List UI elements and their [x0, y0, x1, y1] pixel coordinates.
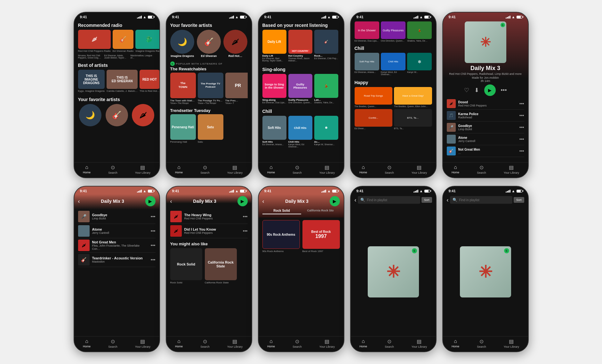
- nav-library-7[interactable]: ▤ Your Library: [227, 338, 243, 348]
- p6-goodbye-more[interactable]: •••: [151, 214, 156, 219]
- playlist-play-6[interactable]: ▶: [145, 196, 156, 206]
- p4-card-shower[interactable]: In the Shower Ed Sheeran, Dua Lipa...: [355, 21, 379, 42]
- nav-search-2[interactable]: ⊙ Search: [200, 164, 210, 174]
- p4-road-trip[interactable]: Road Trip Songs The Beatles, Queen...: [355, 87, 393, 107]
- p4-ac[interactable]: ❄ Kanye W...: [407, 53, 432, 75]
- p7-track-heavy[interactable]: 🌶 The Heavy Wing Red Hot Chili Peppers •…: [170, 210, 248, 224]
- chill-hits-card[interactable]: Chill Hits Chill Hits Kanye West, Ed She…: [288, 116, 312, 148]
- podcast-1[interactable]: TheTOWN The Town with Matt… Show • The R…: [170, 73, 196, 104]
- p7-heavy-more[interactable]: •••: [243, 214, 248, 219]
- p6-not-great-more[interactable]: •••: [151, 243, 156, 248]
- nav-home-10[interactable]: ⌂ Home: [452, 338, 459, 348]
- trend-card-1[interactable]: Penenang Hati Penenang Hati: [170, 114, 196, 143]
- nav-search-8[interactable]: ⊙ Search: [293, 338, 302, 348]
- p7-did-more[interactable]: •••: [243, 228, 248, 233]
- guilty-card[interactable]: Guilty Pleasures Guilty Pleasures One Di…: [288, 74, 312, 104]
- back-btn-9[interactable]: ‹: [355, 197, 357, 203]
- track-goodbye-more[interactable]: •••: [519, 125, 524, 130]
- tab-rock-solid[interactable]: Rock Solid: [262, 208, 301, 214]
- track-goodbye[interactable]: 🎤 Goodbye Limp Bizkit •••: [447, 122, 524, 133]
- p4-bts[interactable]: BTS, Ta… BTS, Ta...: [394, 109, 432, 130]
- p7-track-did[interactable]: 🌶 Did I Let You Know Red Hot Chili Peppe…: [170, 224, 248, 238]
- p6-track-atone[interactable]: 🎵 Atone Jerry Cantrell •••: [78, 224, 156, 238]
- p6-track-goodbye[interactable]: 🎤 Goodbye Limp Bizkit •••: [78, 210, 156, 224]
- track-atone-more[interactable]: •••: [519, 137, 524, 142]
- download-btn-5[interactable]: ⬇: [474, 87, 479, 94]
- card-imagine[interactable]: 🐉 Imagine Dragons Radio: [135, 30, 159, 52]
- p6-atone-more[interactable]: •••: [151, 228, 156, 233]
- p6-track-tear[interactable]: 🎸 Teardrinker - Acoustic Version Mastodo…: [78, 253, 156, 267]
- daily-lift-card[interactable]: Daily Lift Daily Lift Ed Sheeran, Bad Bu…: [262, 30, 286, 62]
- nav-library-6[interactable]: ▤ Your Library: [135, 338, 150, 348]
- card-rhcp[interactable]: 🌶 Red Hot Chili Peppers Radio: [78, 30, 111, 52]
- p2-artist-3[interactable]: 🌶 Red Hot…: [223, 30, 248, 58]
- p8-best-rock[interactable]: Best of Rock 1997 Best of Rock 1997: [302, 220, 340, 253]
- p4-card-guilty[interactable]: Guilty Pleasures One Direction, Queen...: [381, 21, 405, 42]
- nav-home-1[interactable]: ⌂ Home: [83, 164, 91, 174]
- track-dosed[interactable]: 🌶 Dosed Red Hot Chili Peppers •••: [447, 98, 524, 110]
- card-ed[interactable]: 🎸 Ed Sheeran Radio: [113, 30, 133, 52]
- nav-library-8[interactable]: ▤ Your Library: [319, 338, 335, 348]
- track-karma-more[interactable]: •••: [519, 113, 524, 118]
- track-not-great-more[interactable]: •••: [519, 148, 524, 154]
- nav-search-1[interactable]: ⊙ Search: [108, 164, 117, 174]
- ac-card[interactable]: ❄ Ac... Kanye W, Sheeran...: [314, 116, 338, 148]
- p4-great-day[interactable]: Have a Great Day! The Beatles, Queen, El…: [394, 87, 432, 107]
- p6-tear-more[interactable]: •••: [151, 257, 156, 262]
- sort-btn-10[interactable]: Sort: [514, 197, 524, 203]
- p2-artist-1[interactable]: 🌙 Imagine Dragons: [170, 30, 195, 58]
- search-input-9[interactable]: [367, 198, 418, 202]
- fav-artist-1[interactable]: 🌙: [78, 104, 103, 126]
- nav-home-7[interactable]: ⌂ Home: [175, 338, 183, 348]
- sort-btn-9[interactable]: Sort: [421, 197, 432, 203]
- nav-library-4[interactable]: ▤ Your Library: [412, 164, 427, 174]
- p4-card-3[interactable]: 💃 Shakira, Yatra, De…: [407, 21, 432, 42]
- card-es[interactable]: THIS ISED SHEERAN Camila Cabello, J. Bal…: [107, 70, 138, 92]
- shower-card[interactable]: Songs to Sing in the Shower Sing-along E…: [262, 74, 286, 104]
- nav-library-10[interactable]: ▤ Your Library: [504, 338, 519, 348]
- podcast-3[interactable]: PR The Pres… Show • T: [225, 73, 248, 104]
- p7-ca-rock[interactable]: California Rock State California Rock St…: [205, 248, 237, 284]
- p2-artist-2[interactable]: 🎸 Ed Sheeran: [197, 30, 221, 58]
- podcast-2[interactable]: The Prestige TV Podcast The Prestige TV …: [198, 73, 223, 104]
- rock-card[interactable]: 🎸 Rock... Ed Sheeran, Chili Pep...: [314, 30, 338, 62]
- track-not-great[interactable]: 🎸 Not Great Men … •••: [447, 145, 524, 157]
- play-btn-5[interactable]: ▶: [484, 84, 496, 96]
- tab-ca-rock[interactable]: California Rock Sto: [301, 208, 340, 214]
- card-id[interactable]: THIS ISIMAGINE DRAGONS Kygo, Imagine Dra…: [78, 70, 105, 92]
- track-dosed-more[interactable]: •••: [519, 101, 524, 106]
- p4-confid[interactable]: Confid... Ed Sheer...: [355, 109, 393, 130]
- nav-search-3[interactable]: ⊙ Search: [293, 164, 302, 174]
- p6-track-not-great[interactable]: 🌶 Not Great Men Flea, John Frusciante, T…: [78, 238, 156, 253]
- heart-btn-5[interactable]: ♡: [464, 87, 469, 94]
- p4-chill-hits[interactable]: Chill Hits Kanye West, Ed Sheeran...: [381, 53, 405, 75]
- track-atone[interactable]: 🎵 Atone Jerry Cantrell •••: [447, 133, 524, 145]
- soft-hits-card[interactable]: Soft Hits Soft Hits Ed Sheeran, Ariana..…: [262, 116, 286, 148]
- p7-rock-solid[interactable]: Rock Solid Rock Solid: [170, 248, 202, 284]
- nav-library-5[interactable]: ▤ Your Library: [504, 164, 519, 174]
- p4-soft-hits[interactable]: Soft Pop Hits Ed Sheeran, Ariana...: [355, 53, 379, 75]
- nav-search-4[interactable]: ⊙ Search: [385, 164, 394, 174]
- nav-library-9[interactable]: ▤ Your Library: [412, 338, 427, 348]
- nav-search-7[interactable]: ⊙ Search: [200, 338, 210, 348]
- more-btn-5[interactable]: •••: [501, 87, 507, 94]
- playlist-play-8[interactable]: ▶: [330, 196, 340, 206]
- card-rh[interactable]: RED HOT This is Red Hot…: [140, 70, 159, 92]
- search-input-10[interactable]: [459, 198, 510, 202]
- nav-home-9[interactable]: ⌂ Home: [359, 338, 367, 348]
- back-btn-10[interactable]: ‹: [447, 197, 449, 203]
- nav-library-2[interactable]: ▤ Your Library: [227, 164, 243, 174]
- nav-library-3[interactable]: ▤ Your Library: [319, 164, 335, 174]
- nav-home-2[interactable]: ⌂ Home: [175, 164, 183, 174]
- nav-home-4[interactable]: ⌂ Home: [359, 164, 367, 174]
- nav-search-9[interactable]: ⊙ Search: [385, 338, 394, 348]
- fav-artist-2[interactable]: 🎸: [104, 104, 129, 126]
- nav-home-6[interactable]: ⌂ Home: [83, 338, 91, 348]
- lati-card[interactable]: 💃 Lati... Shakira, Yatra, De...: [314, 74, 338, 104]
- p8-90s-rock[interactable]: 90s Rock Anthems 90s Rock Anthems: [262, 220, 300, 253]
- nav-search-5[interactable]: ⊙ Search: [477, 164, 486, 174]
- nav-home-5[interactable]: ⌂ Home: [452, 164, 459, 174]
- nav-home-3[interactable]: ⌂ Home: [267, 164, 275, 174]
- trend-card-2[interactable]: Satu Satu: [198, 114, 223, 143]
- nav-home-8[interactable]: ⌂ Home: [267, 338, 275, 348]
